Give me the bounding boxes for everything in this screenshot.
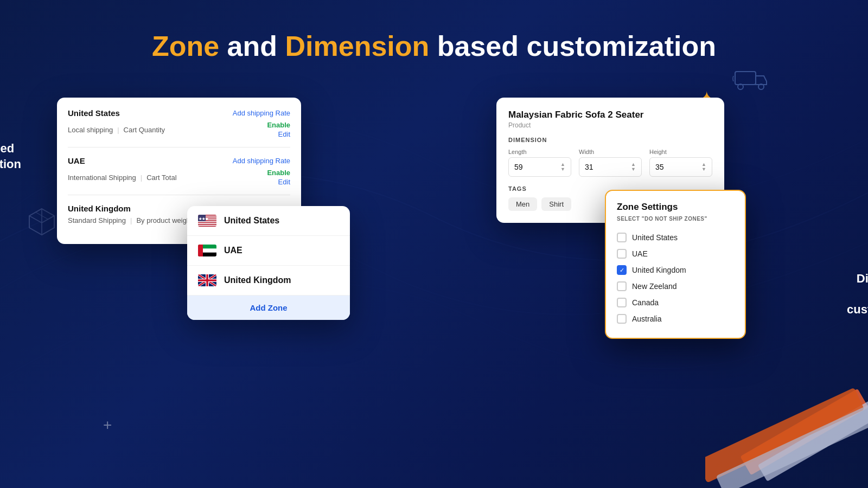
right-label: Dimension based customization ↪ (844, 271, 868, 348)
dropdown-item-uk[interactable]: United Kingdom (187, 266, 350, 296)
checkbox-item-uae[interactable]: UAE (617, 246, 734, 262)
dropdown-uk-label: United Kingdom (224, 275, 291, 285)
right-panel: Malaysian Fabric Sofa 2 Seater Product D… (496, 98, 811, 369)
svg-text:★★★: ★★★ (199, 217, 209, 221)
checkbox-item-nz[interactable]: New Zeeland (617, 278, 734, 294)
cards-container: United States Add shipping Rate Local sh… (57, 98, 464, 369)
svg-point-2 (758, 84, 764, 89)
svg-rect-11 (198, 225, 216, 226)
enable-uae[interactable]: Enable (267, 169, 290, 177)
plus-decoration: + (103, 416, 112, 434)
length-input[interactable]: 59 ▲▼ (508, 157, 571, 177)
zone-settings-card: Zone Settings SELECT "DO NOT SHIP ZONES"… (605, 190, 746, 339)
height-input[interactable]: 35 ▲▼ (649, 157, 712, 177)
title-rest: based customization (429, 30, 716, 62)
checkbox-us[interactable] (617, 233, 627, 242)
svg-rect-4 (758, 397, 868, 481)
svg-rect-3 (740, 389, 868, 476)
checkbox-uae[interactable] (617, 249, 627, 259)
width-field: Width 31 ▲▼ (579, 149, 642, 177)
zone-settings-title: Zone Settings (617, 202, 734, 213)
height-arrows: ▲▼ (701, 162, 706, 172)
height-field: Height 35 ▲▼ (649, 149, 712, 177)
product-name: Malaysian Fabric Sofa 2 Seater (508, 110, 712, 120)
length-label: Length (508, 149, 571, 155)
add-zone-button[interactable]: Add Zone (187, 296, 350, 320)
svg-rect-10 (198, 223, 216, 224)
checkbox-item-ca[interactable]: Canada (617, 294, 734, 311)
checkbox-uk[interactable]: ✓ (617, 265, 627, 275)
svg-rect-17 (198, 245, 203, 256)
page-title: Zone and Dimension based customization (0, 0, 868, 62)
product-label: Product (508, 121, 712, 129)
zone-us-name: United States (68, 108, 120, 118)
edit-us[interactable]: Edit (278, 130, 290, 138)
svg-point-1 (738, 84, 743, 89)
gradient-strip-decoration (705, 380, 868, 488)
flag-uk (198, 274, 216, 286)
dropdown-item-us[interactable]: ★★★ United States (187, 206, 350, 236)
enable-us[interactable]: Enable (267, 121, 290, 129)
length-arrows: ▲▼ (560, 162, 565, 172)
zone-uk-name: United Kingdom (68, 204, 131, 213)
title-and: and (219, 30, 285, 62)
zone-uae: UAE Add shipping Rate International Ship… (68, 156, 290, 195)
checkbox-au[interactable] (617, 314, 627, 324)
tag-men[interactable]: Men (508, 197, 537, 211)
left-arrow: ↩ (0, 176, 24, 202)
dimension-label: DIMENSION (508, 137, 712, 143)
zone-dropdown-card: ★★★ United States UAE (187, 206, 350, 320)
dimension-fields: Length 59 ▲▼ Width 31 ▲▼ Height (508, 149, 712, 177)
content-area: Zone based customization ↩ United States… (0, 98, 868, 369)
zone-settings-subtitle: SELECT "DO NOT SHIP ZONES" (617, 216, 734, 222)
dropdown-us-label: United States (224, 216, 279, 226)
checkbox-ca[interactable] (617, 298, 627, 307)
truck-icon (732, 65, 770, 94)
zone-uae-name: UAE (68, 156, 85, 165)
width-input[interactable]: 31 ▲▼ (579, 157, 642, 177)
height-label: Height (649, 149, 712, 155)
add-rate-us[interactable]: Add shipping Rate (233, 109, 290, 117)
add-rate-uae[interactable]: Add shipping Rate (233, 157, 290, 165)
tag-shirt[interactable]: Shirt (541, 197, 571, 211)
title-dimension: Dimension (285, 30, 429, 62)
checkbox-nz[interactable] (617, 281, 627, 291)
dropdown-item-uae[interactable]: UAE (187, 236, 350, 266)
width-arrows: ▲▼ (631, 162, 636, 172)
checkbox-item-au[interactable]: Australia (617, 311, 734, 327)
gradient-decoration (705, 380, 868, 488)
flag-us: ★★★ (198, 215, 216, 227)
flag-uae (198, 245, 216, 256)
length-field: Length 59 ▲▼ (508, 149, 571, 177)
zone-us: United States Add shipping Rate Local sh… (68, 108, 290, 147)
checkbox-item-uk[interactable]: ✓ United Kingdom (617, 262, 734, 278)
title-zone: Zone (152, 30, 219, 62)
svg-rect-0 (735, 72, 756, 85)
dropdown-uae-label: UAE (224, 246, 242, 255)
svg-rect-9 (198, 221, 216, 222)
svg-rect-20 (716, 403, 868, 488)
checkbox-item-us[interactable]: United States (617, 229, 734, 246)
left-label: Zone based customization ↩ (0, 141, 24, 202)
edit-uae[interactable]: Edit (278, 178, 290, 186)
width-label: Width (579, 149, 642, 155)
svg-rect-19 (705, 388, 865, 483)
